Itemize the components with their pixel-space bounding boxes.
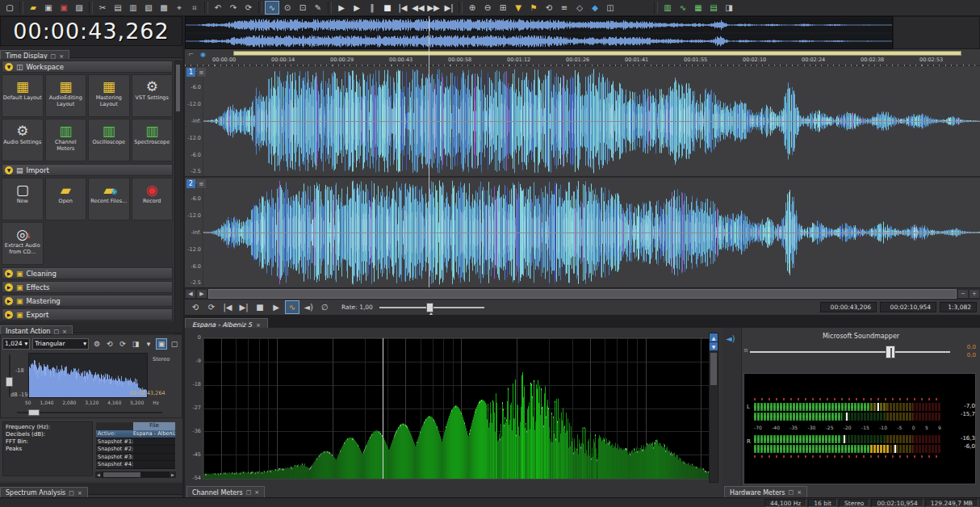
workspace-spectroscope-button[interactable]: ▥ Spectroscope [132,119,174,161]
go-to-start-button[interactable]: |◀ [396,1,410,15]
save-as-button[interactable]: ▣ [57,1,71,15]
import-extract-cd-button[interactable]: ◎↓ Extract Audio from CD... [2,222,44,265]
pause-button[interactable]: ‖ [365,1,379,15]
channel-menu-icon[interactable]: ≡ [197,68,206,77]
crop-button[interactable]: ⌗ [187,1,202,15]
spectrum-analyzer-graph[interactable] [203,337,710,480]
multichannel-button[interactable]: ◫ [603,1,618,15]
oscilloscope-toggle[interactable]: ∿ [676,1,690,15]
horizontal-scrollbar[interactable]: ◀ ▶ − + [185,287,980,299]
undo-button[interactable]: ↶ [211,1,225,15]
meters-scrollbar[interactable]: ▲ ▼ [709,333,718,483]
lock-button[interactable]: ▣ [156,338,167,350]
open-file-button[interactable]: ▰ [26,1,40,15]
window-type-select[interactable]: Triangular ▾ [32,338,89,350]
zoom-selection-button[interactable]: ⊞ [496,1,510,15]
table-row[interactable]: Active: Espana - Albeniz [96,430,175,438]
magnify-tool-button[interactable]: ⊙ [280,1,295,15]
scroll-left-icon[interactable]: ◀ [95,471,102,478]
cursor-position-box[interactable]: 00:00:43,206 [820,302,877,312]
speaker-icon[interactable]: ◄) [726,334,735,343]
loop-all-button[interactable]: ⟳ [204,300,219,314]
new-file-button[interactable]: ▢ [2,1,17,15]
scroll-down-icon[interactable]: ▼ [710,342,718,350]
save-button[interactable]: ▣ [41,1,56,15]
tab-channel-meters[interactable]: Channel Meters □ × [186,486,265,498]
zoom-in-button[interactable]: ⊕ [465,1,480,15]
zoom-out-time-button[interactable]: − [957,289,969,299]
scroll-right-icon[interactable]: ▶ [170,471,176,478]
scroll-right-button[interactable]: ▶ [196,289,207,299]
close-icon[interactable]: × [254,489,259,496]
plugin-chainer-toggle[interactable]: ◨ [722,1,736,15]
slider-handle[interactable] [426,303,433,312]
selection-tool-button[interactable]: ⊡ [295,1,310,15]
waveform-channel-1[interactable] [203,66,980,176]
output-gain-slider[interactable] [750,346,950,358]
overview-waveform-right[interactable] [186,34,892,48]
close-icon[interactable]: × [77,490,82,497]
repeat-button[interactable]: ⟳ [241,1,256,15]
level-meters[interactable]: L -7,0 -15,7 -70-40-35-30-25-20-15-10-50… [743,373,976,484]
display-mode-button[interactable]: ◨ [130,338,141,350]
table-row[interactable]: Snapshot #4: [96,461,175,469]
table-row[interactable]: Snapshot #3: [96,454,175,462]
transport-go-start-button[interactable]: |◀ [220,300,235,314]
pencil-tool-button[interactable]: ✎ [311,1,325,15]
workspace-channel-meters-button[interactable]: ▥ Channel Meters [45,119,87,161]
refresh-button[interactable]: ⟲ [104,338,115,350]
cut-button[interactable]: ✂ [95,1,110,15]
dropdown-arrow-button[interactable]: ▾ [143,338,154,350]
trim-button[interactable]: ⌖ [172,1,186,15]
transport-play-button[interactable]: ▶ [269,300,283,314]
section-effects[interactable]: ▶ ▣ Effects [2,281,173,293]
overview-waveform-left[interactable] [186,18,892,32]
sync-playback-button[interactable]: ⟳ [117,338,128,350]
play-all-button[interactable]: ▶ [334,1,349,15]
loop-toggle-button[interactable]: ⟲ [188,300,203,314]
channel-menu-icon[interactable]: ≡ [197,179,206,188]
float-icon[interactable]: □ [69,490,74,497]
paste-special-button[interactable]: ▩ [157,1,171,15]
play-button[interactable]: ▶ [350,1,364,15]
hardware-meters-toggle[interactable]: ▤ [706,1,721,15]
redo-button[interactable]: ↷ [226,1,241,15]
float-icon[interactable]: □ [789,489,794,496]
snapshot-table-scrollbar[interactable]: ◀ ▶ [95,471,176,478]
loop-playback-button[interactable]: ⟲ [542,1,556,15]
paste-button[interactable]: ▥ [126,1,140,15]
stop-button[interactable]: ■ [380,1,395,15]
time-ruler[interactable]: ⌐◉ 00:00:0000:00:1400:00:2900:00:4300:00… [185,49,980,66]
workspace-oscilloscope-button[interactable]: ▥ Oscilloscope [88,119,130,161]
transport-go-end-button[interactable]: ▶| [237,300,251,314]
region-button[interactable]: ⚑ [526,1,541,15]
slider-handle[interactable] [6,377,13,387]
marker-button[interactable]: ▼ [511,1,526,15]
scroll-up-icon[interactable]: ▲ [710,333,718,341]
import-new-button[interactable]: ▢ New [2,178,44,220]
spectroscope-toggle[interactable]: ▦ [691,1,706,15]
section-mastering[interactable]: ▶ ▣ Mastering [2,295,173,307]
snap-button[interactable]: ≡ [557,1,572,15]
event-tool-button[interactable]: ∿ [265,1,279,15]
scrub-tool-button[interactable]: ∿ [285,300,299,314]
actions-scrollbar[interactable] [174,61,182,335]
workspace-default-layout-button[interactable]: ▦ Default Layout [2,74,44,117]
previous-marker-button[interactable]: ◀◀ [411,1,425,15]
settings-gear-button[interactable]: ⚙ [91,338,103,350]
workspace-mastering-layout-button[interactable]: ▦ Mastering Layout [88,74,130,117]
file-overview[interactable] [185,16,893,49]
section-export[interactable]: ▶ ▣ Export [2,308,173,321]
scroll-left-button[interactable]: ◀ [185,289,196,299]
section-import[interactable]: ▼ ▤ Import [2,164,173,176]
workspace-audio-settings-button[interactable]: ⚙ Audio Settings [2,119,44,161]
transport-stop-button[interactable]: ■ [253,300,267,314]
scrollbar-thumb[interactable] [176,65,180,111]
channel-meters-toggle[interactable]: ▥ [660,1,675,15]
slider-handle[interactable] [28,409,40,416]
snapshot-button[interactable]: ▢ [169,338,180,350]
copy-button[interactable]: ▤ [111,1,125,15]
rate-slider[interactable] [379,303,484,312]
import-open-button[interactable]: ▰ Open [45,178,87,220]
slider-handle[interactable] [886,346,895,358]
